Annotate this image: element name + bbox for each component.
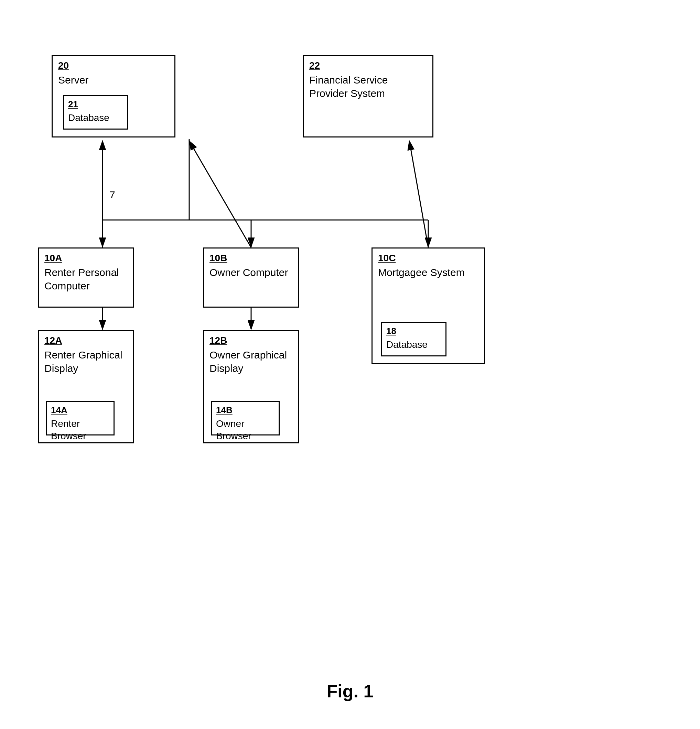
database-box: 21 Database: [63, 95, 128, 129]
mortgagee-db-box: 18 Database: [381, 322, 447, 356]
mortgagee-id: 10C: [378, 253, 479, 264]
server-box: 20 Server 21 Database: [52, 55, 175, 138]
db-title: Database: [68, 112, 109, 123]
renter-pc-title: Renter Personal Computer: [44, 267, 119, 292]
figure-label: Fig. 1: [327, 681, 374, 701]
owner-pc-box: 10B Owner Computer: [203, 247, 299, 308]
financial-title: Financial Service Provider System: [309, 74, 388, 99]
svg-line-3: [409, 141, 428, 247]
svg-line-2: [189, 141, 251, 247]
mortgagee-db-id: 18: [386, 326, 441, 337]
renter-browser-box: 14A Renter Browser: [46, 401, 115, 436]
connection-label: 7: [109, 189, 115, 201]
owner-pc-title: Owner Computer: [210, 267, 288, 278]
owner-display-id: 12B: [210, 335, 293, 346]
owner-display-title: Owner Graphical Display: [210, 349, 287, 374]
owner-display-box: 12B Owner Graphical Display 14B Owner Br…: [203, 330, 299, 443]
server-title: Server: [58, 74, 89, 86]
renter-display-box: 12A Renter Graphical Display 14A Renter …: [38, 330, 134, 443]
mortgagee-title: Mortgagee System: [378, 267, 465, 278]
mortgagee-box: 10C Mortgagee System 18 Database: [371, 247, 485, 364]
owner-browser-id: 14B: [216, 405, 275, 415]
renter-pc-box: 10A Renter Personal Computer: [38, 247, 134, 308]
owner-pc-id: 10B: [210, 253, 293, 264]
diagram: 20 Server 21 Database 22 Financial Servi…: [20, 20, 680, 709]
renter-browser-title: Renter Browser: [51, 418, 86, 441]
renter-browser-id: 14A: [51, 405, 109, 415]
server-id: 20: [58, 60, 169, 71]
owner-browser-title: Owner Browser: [216, 418, 252, 441]
owner-browser-box: 14B Owner Browser: [211, 401, 279, 436]
financial-id: 22: [309, 60, 427, 71]
renter-display-id: 12A: [44, 335, 128, 346]
renter-pc-id: 10A: [44, 253, 128, 264]
db-id: 21: [68, 99, 123, 110]
renter-display-title: Renter Graphical Display: [44, 349, 122, 374]
financial-box: 22 Financial Service Provider System: [303, 55, 434, 138]
mortgagee-db-title: Database: [386, 339, 428, 350]
